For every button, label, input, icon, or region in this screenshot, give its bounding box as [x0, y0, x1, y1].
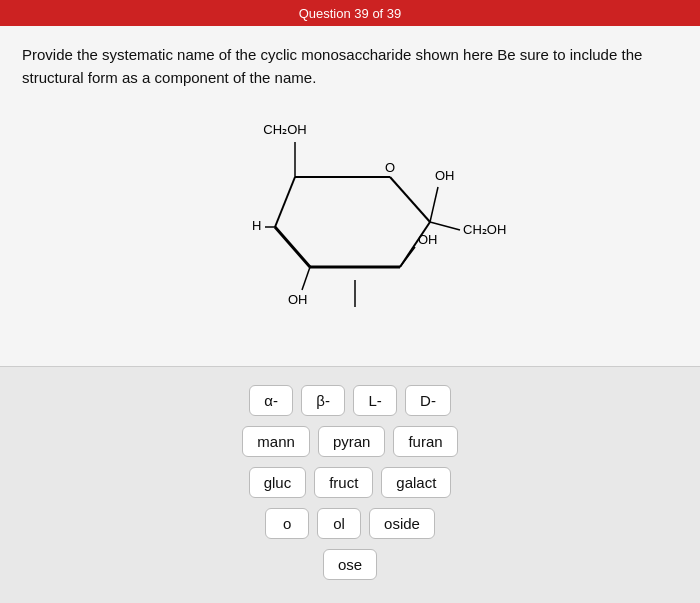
svg-line-11 — [302, 267, 310, 290]
button-row-1: α- β- L- D- — [249, 385, 451, 416]
question-text: Provide the systematic name of the cycli… — [22, 44, 662, 89]
svg-line-8 — [400, 247, 415, 267]
h-left-label: H — [252, 218, 261, 233]
svg-line-9 — [430, 222, 460, 230]
svg-line-5 — [275, 177, 295, 227]
beta-button[interactable]: β- — [301, 385, 345, 416]
L-button[interactable]: L- — [353, 385, 397, 416]
galact-button[interactable]: galact — [381, 467, 451, 498]
fruct-button[interactable]: fruct — [314, 467, 373, 498]
main-content: Provide the systematic name of the cycli… — [0, 26, 700, 366]
question-counter: Question 39 of 39 — [299, 6, 402, 21]
svg-line-0 — [275, 227, 310, 267]
oh-top-right-label: OH — [435, 168, 455, 183]
chemical-structure-area: CH₂OH O OH OH CH₂OH H OH — [22, 107, 678, 317]
ring-oxygen-label: O — [385, 160, 395, 175]
D-button[interactable]: D- — [405, 385, 451, 416]
o-button[interactable]: o — [265, 508, 309, 539]
button-row-3: gluc fruct galact — [249, 467, 452, 498]
ch2oh-right-label: CH₂OH — [463, 222, 506, 237]
mann-button[interactable]: mann — [242, 426, 310, 457]
answer-area: α- β- L- D- mann pyran furan gluc fruct … — [0, 367, 700, 603]
ch2oh-top-left-label: CH₂OH — [263, 122, 306, 137]
gluc-button[interactable]: gluc — [249, 467, 307, 498]
alpha-button[interactable]: α- — [249, 385, 293, 416]
ol-button[interactable]: ol — [317, 508, 361, 539]
pyran-button[interactable]: pyran — [318, 426, 386, 457]
ose-button[interactable]: ose — [323, 549, 377, 580]
svg-line-7 — [430, 187, 438, 222]
chemical-structure-svg: CH₂OH O OH OH CH₂OH H OH — [190, 112, 510, 312]
button-row-5: ose — [323, 549, 377, 580]
oh-mid-label: OH — [418, 232, 438, 247]
oside-button[interactable]: oside — [369, 508, 435, 539]
button-row-2: mann pyran furan — [242, 426, 457, 457]
svg-line-3 — [390, 177, 430, 222]
button-row-4: o ol oside — [265, 508, 435, 539]
oh-bottom-label: OH — [288, 292, 308, 307]
question-header: Question 39 of 39 — [0, 0, 700, 26]
furan-button[interactable]: furan — [393, 426, 457, 457]
